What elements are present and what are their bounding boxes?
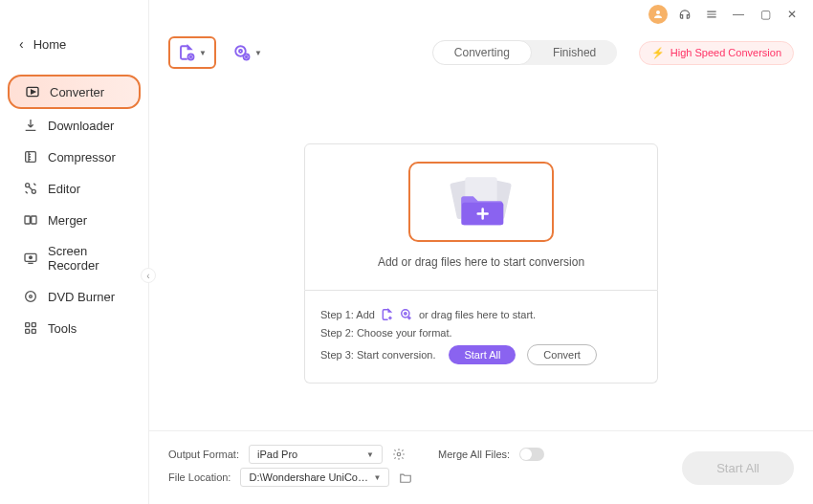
svg-rect-14 <box>32 329 35 333</box>
tab-finished[interactable]: Finished <box>532 40 617 65</box>
sidebar-item-label: DVD Burner <box>48 290 115 304</box>
svg-rect-5 <box>25 216 30 224</box>
sidebar-item-label: Downloader <box>48 119 114 133</box>
settings-icon[interactable] <box>392 448 406 461</box>
high-speed-label: High Speed Conversion <box>670 47 781 58</box>
close-icon[interactable]: ✕ <box>782 5 802 24</box>
dvd-burner-icon <box>23 289 38 304</box>
step-1-text-a: Step 1: Add <box>320 309 375 320</box>
sidebar-item-editor[interactable]: Editor <box>8 173 141 204</box>
user-avatar-icon[interactable] <box>648 5 668 24</box>
screen-recorder-icon <box>23 251 38 266</box>
output-format-select[interactable]: iPad Pro ▼ <box>249 445 383 464</box>
home-back[interactable]: ‹ Home <box>0 29 148 59</box>
add-file-icon <box>178 44 195 61</box>
high-speed-badge[interactable]: ⚡ High Speed Conversion <box>639 41 794 65</box>
drop-zone[interactable] <box>408 162 554 242</box>
drop-panel: Add or drag files here to start conversi… <box>304 143 658 291</box>
sidebar-item-screen-recorder[interactable]: Screen Recorder <box>8 236 141 280</box>
step-2: Step 2: Choose your format. <box>320 327 642 339</box>
add-file-mini-icon[interactable] <box>381 308 394 321</box>
file-location-value: D:\Wondershare UniConverter 1 <box>249 471 373 483</box>
svg-point-26 <box>397 452 401 456</box>
merge-toggle[interactable] <box>519 448 544 461</box>
svg-rect-13 <box>26 329 30 333</box>
svg-point-10 <box>30 296 33 298</box>
main-area: — ▢ ✕ ▼ ▼ Converting Finished ⚡ High Spe… <box>149 0 813 504</box>
svg-point-18 <box>239 50 242 53</box>
minimize-icon[interactable]: — <box>729 5 748 24</box>
add-dvd-icon <box>233 44 251 61</box>
svg-point-25 <box>405 313 406 315</box>
output-format-value: iPad Pro <box>257 449 297 460</box>
svg-rect-12 <box>32 323 35 327</box>
content: Add or drag files here to start conversi… <box>149 77 813 430</box>
headset-icon[interactable] <box>675 5 694 24</box>
sidebar-item-label: Converter <box>50 85 104 99</box>
add-dvd-mini-icon[interactable] <box>400 308 413 321</box>
sidebar-item-label: Editor <box>48 182 80 196</box>
steps-panel: Step 1: Add or drag files here to start.… <box>304 291 658 383</box>
add-file-button[interactable]: ▼ <box>168 36 216 69</box>
tab-converting[interactable]: Converting <box>432 40 532 65</box>
chevron-down-icon: ▼ <box>373 473 381 482</box>
tools-icon <box>23 320 38 336</box>
step-3: Step 3: Start conversion. Start All Conv… <box>320 344 642 365</box>
sidebar-item-label: Merger <box>48 213 87 228</box>
editor-icon <box>23 181 38 196</box>
folder-plus-icon <box>433 173 529 230</box>
sidebar-item-downloader[interactable]: Downloader <box>8 110 141 141</box>
svg-rect-11 <box>26 323 30 327</box>
svg-rect-6 <box>32 216 36 224</box>
sidebar-item-tools[interactable]: Tools <box>8 313 141 343</box>
tab-segment: Converting Finished <box>432 40 617 65</box>
start-all-main-button[interactable]: Start All <box>682 451 794 485</box>
open-folder-icon[interactable] <box>399 471 412 484</box>
converter-icon <box>25 84 40 99</box>
compressor-icon <box>23 149 38 164</box>
output-format-label: Output Format: <box>168 449 239 460</box>
file-location-label: File Location: <box>168 471 231 483</box>
convert-button[interactable]: Convert <box>527 344 597 365</box>
home-label: Home <box>33 37 67 52</box>
svg-point-24 <box>402 310 409 318</box>
downloader-icon <box>23 118 38 133</box>
step-1: Step 1: Add or drag files here to start. <box>320 308 642 321</box>
chevron-down-icon: ▼ <box>254 49 262 57</box>
sidebar-item-merger[interactable]: Merger <box>8 205 141 235</box>
svg-point-8 <box>30 256 33 259</box>
svg-marker-1 <box>32 90 35 94</box>
chevron-down-icon: ▼ <box>199 49 207 57</box>
toolbar: ▼ ▼ Converting Finished ⚡ High Speed Con… <box>149 29 813 77</box>
chevron-down-icon: ▼ <box>366 450 374 459</box>
menu-icon[interactable] <box>702 5 721 24</box>
svg-point-9 <box>26 292 36 302</box>
start-all-button[interactable]: Start All <box>449 345 516 364</box>
sidebar-item-label: Screen Recorder <box>48 244 125 273</box>
sidebar-item-compressor[interactable]: Compressor <box>8 142 141 172</box>
lightning-icon: ⚡ <box>651 47 665 59</box>
sidebar: ‹ Home Converter Downloader Compressor E… <box>0 0 149 504</box>
sidebar-item-converter[interactable]: Converter <box>8 75 141 109</box>
sidebar-item-label: Compressor <box>48 150 116 164</box>
step-3-text: Step 3: Start conversion. <box>320 349 435 361</box>
file-location-select[interactable]: D:\Wondershare UniConverter 1 ▼ <box>240 468 389 487</box>
titlebar: — ▢ ✕ <box>149 0 813 29</box>
svg-point-15 <box>656 11 660 14</box>
maximize-icon[interactable]: ▢ <box>756 5 775 24</box>
drop-label: Add or drag files here to start conversi… <box>378 255 584 269</box>
back-icon: ‹ <box>19 36 24 52</box>
add-dvd-button[interactable]: ▼ <box>226 38 270 67</box>
step-1-text-b: or drag files here to start. <box>419 309 536 320</box>
merger-icon <box>23 212 38 228</box>
sidebar-item-label: Tools <box>48 321 77 336</box>
merge-label: Merge All Files: <box>438 449 510 460</box>
step-2-text: Step 2: Choose your format. <box>320 327 452 339</box>
sidebar-item-dvd-burner[interactable]: DVD Burner <box>8 281 141 312</box>
